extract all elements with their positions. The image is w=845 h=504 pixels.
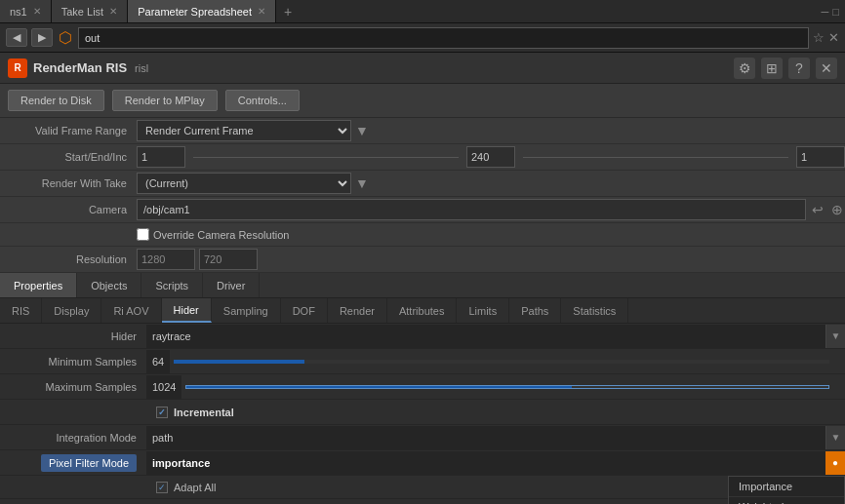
subtab-ris[interactable]: RIS xyxy=(0,298,42,323)
resolution-height[interactable] xyxy=(199,249,258,270)
camera-back-icon[interactable]: ↩ xyxy=(810,200,825,219)
window-maximize[interactable]: □ xyxy=(832,6,839,18)
forward-button[interactable]: ▶ xyxy=(31,28,53,47)
tab-bar: ns1 ✕ Take List ✕ Parameter Spreadsheet … xyxy=(0,0,845,23)
main-tabs: Properties Objects Scripts Driver xyxy=(0,273,845,298)
pixel-filter-option-importance[interactable]: Importance xyxy=(729,477,844,497)
override-camera-text: Override Camera Resolution xyxy=(153,229,289,241)
render-with-take-select[interactable]: (Current) xyxy=(137,173,351,194)
pixel-filter-row: Pixel Filter Mode importance ● Importanc… xyxy=(0,450,845,476)
address-bar: ◀ ▶ ⬡ ☆ ✕ xyxy=(0,23,845,53)
start-end-inc-label: Start/End/Inc xyxy=(0,151,137,163)
camera-pick-icon[interactable]: ⊕ xyxy=(829,200,845,219)
take-dropdown-icon[interactable]: ▼ xyxy=(355,175,369,191)
start-input[interactable] xyxy=(137,146,185,168)
pixel-filter-option-weighted[interactable]: Weighted xyxy=(729,497,844,504)
resolution-value xyxy=(137,249,845,270)
render-disk-button[interactable]: Render to Disk xyxy=(8,90,104,111)
range-line2 xyxy=(523,157,788,158)
sample-motion-row: ✓ Sample Motion xyxy=(0,499,845,504)
address-input[interactable] xyxy=(78,27,809,49)
override-camera-row: Override Camera Resolution xyxy=(0,223,845,247)
res-inputs xyxy=(137,249,258,270)
min-samples-value: 64 xyxy=(146,350,833,373)
start-end-inc-value xyxy=(137,146,845,168)
subtab-hider[interactable]: Hider xyxy=(162,298,212,323)
back-button[interactable]: ◀ xyxy=(6,28,27,47)
tab-take-list-label: Take List xyxy=(61,6,103,18)
camera-value: ↩ ⊕ xyxy=(137,199,845,220)
tab-param-spreadsheet-label: Parameter Spreadsheet xyxy=(138,6,252,18)
min-samples-text: 64 xyxy=(146,350,170,373)
rm-header-icons: ⚙ ⊞ ? ✕ xyxy=(734,58,837,79)
pixel-filter-label-cell: Pixel Filter Mode xyxy=(0,454,146,472)
tab-objects[interactable]: Objects xyxy=(77,273,141,297)
help-icon[interactable]: ? xyxy=(788,58,810,79)
controls-button[interactable]: Controls... xyxy=(225,90,300,111)
min-samples-slider[interactable] xyxy=(174,360,829,364)
tab-take-list-close[interactable]: ✕ xyxy=(109,6,117,17)
subtab-sampling[interactable]: Sampling xyxy=(212,298,281,323)
hider-props: Hider raytrace ▼ Minimum Samples 64 Maxi… xyxy=(0,324,845,504)
rm-title: RenderMan RIS xyxy=(33,60,127,75)
override-camera-value: Override Camera Resolution xyxy=(137,228,845,241)
tab-driver[interactable]: Driver xyxy=(203,273,260,297)
form-section: Valid Frame Range Render Current Frame ▼… xyxy=(0,118,845,273)
subtab-display[interactable]: Display xyxy=(42,298,101,323)
tab-ns1[interactable]: ns1 ✕ xyxy=(0,0,52,22)
hider-dropdown-arrow[interactable]: ▼ xyxy=(825,325,845,348)
tab-param-spreadsheet[interactable]: Parameter Spreadsheet ✕ xyxy=(128,0,276,22)
render-mplay-button[interactable]: Render to MPlay xyxy=(112,90,218,111)
tab-scripts[interactable]: Scripts xyxy=(141,273,203,297)
max-samples-value: 1024 xyxy=(146,375,833,399)
integration-mode-row: Integration Mode path ▼ xyxy=(0,425,845,450)
rm-header: R RenderMan RIS risl ⚙ ⊞ ? ✕ xyxy=(0,53,845,84)
bookmark-icon[interactable]: ☆ xyxy=(813,30,825,45)
tab-ns1-close[interactable]: ✕ xyxy=(33,6,41,17)
subtab-paths[interactable]: Paths xyxy=(509,298,561,323)
tab-take-list[interactable]: Take List ✕ xyxy=(52,0,128,22)
valid-frame-range-label: Valid Frame Range xyxy=(0,125,137,136)
subtab-attributes[interactable]: Attributes xyxy=(387,298,457,323)
max-samples-slider[interactable] xyxy=(185,385,829,389)
camera-input[interactable] xyxy=(137,199,806,220)
valid-frame-range-select[interactable]: Render Current Frame xyxy=(137,120,351,141)
grid-icon[interactable]: ⊞ xyxy=(761,58,783,79)
tab-add-button[interactable]: + xyxy=(276,4,300,19)
incremental-checkbox[interactable]: ✓ xyxy=(156,407,168,418)
subtab-limits[interactable]: Limits xyxy=(457,298,509,323)
valid-frame-range-row: Valid Frame Range Render Current Frame ▼ xyxy=(0,118,845,144)
gear-icon[interactable]: ⚙ xyxy=(734,58,755,79)
pixel-filter-orange-indicator: ● xyxy=(825,451,845,475)
min-samples-label: Minimum Samples xyxy=(0,356,146,368)
close-addr-icon[interactable]: ✕ xyxy=(828,30,839,45)
resolution-width[interactable] xyxy=(137,249,195,270)
override-camera-checkbox[interactable] xyxy=(137,228,149,241)
tab-param-spreadsheet-close[interactable]: ✕ xyxy=(258,6,265,17)
rm-subtitle: risl xyxy=(135,62,148,74)
tab-properties[interactable]: Properties xyxy=(0,273,77,297)
range-inputs xyxy=(137,146,845,168)
pixel-filter-mode-label-btn[interactable]: Pixel Filter Mode xyxy=(41,454,137,472)
max-samples-text: 1024 xyxy=(146,375,181,399)
max-samples-row: Maximum Samples 1024 xyxy=(0,374,845,400)
end-input[interactable] xyxy=(466,146,515,168)
start-end-inc-row: Start/End/Inc xyxy=(0,144,845,171)
rm-close-icon[interactable]: ✕ xyxy=(816,58,837,79)
adapt-all-label[interactable]: ✓ Adapt All xyxy=(156,482,216,493)
adapt-all-checkbox[interactable]: ✓ xyxy=(156,482,168,493)
camera-row: Camera ↩ ⊕ xyxy=(0,197,845,223)
houdini-icon: ⬡ xyxy=(59,28,72,47)
window-minimize[interactable]: ─ xyxy=(822,6,829,18)
frame-range-dropdown-icon[interactable]: ▼ xyxy=(355,123,369,138)
incremental-label: ✓ Incremental xyxy=(156,407,234,418)
integration-mode-text: path xyxy=(146,426,825,449)
subtab-render[interactable]: Render xyxy=(328,298,387,323)
subtab-ri-aov[interactable]: Ri AOV xyxy=(101,298,161,323)
override-camera-checkbox-label[interactable]: Override Camera Resolution xyxy=(137,228,289,241)
subtab-dof[interactable]: DOF xyxy=(281,298,328,323)
pixel-filter-text: importance xyxy=(146,451,825,475)
subtab-statistics[interactable]: Statistics xyxy=(561,298,628,323)
integration-mode-dropdown[interactable]: ▼ xyxy=(825,426,845,449)
inc-input[interactable] xyxy=(796,146,845,168)
